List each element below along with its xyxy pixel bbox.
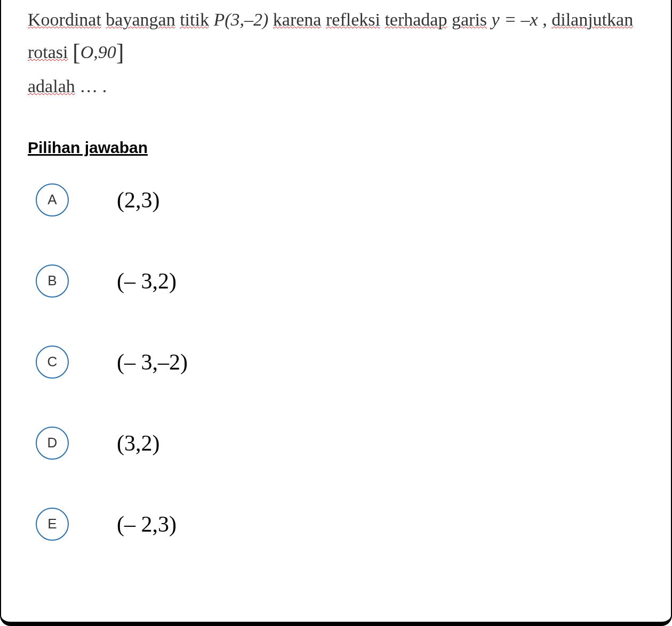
bracket-close: ] — [116, 39, 124, 66]
option-row[interactable]: A (2,3) — [36, 183, 644, 216]
question-word: titik — [180, 10, 209, 29]
question-word: Koordinat — [28, 10, 101, 29]
option-row[interactable]: C (– 3,–2) — [36, 346, 644, 379]
question-dots: … . — [79, 76, 107, 96]
option-letter-button[interactable]: E — [36, 508, 69, 541]
option-letter-button[interactable]: D — [36, 427, 69, 460]
question-text: Koordinat bayangan titik P(3,–2) karena … — [28, 5, 644, 101]
option-value: (– 2,3) — [117, 511, 177, 537]
rotation-value: O,90 — [81, 42, 116, 62]
option-row[interactable]: D (3,2) — [36, 427, 644, 460]
question-word: rotasi — [28, 42, 68, 62]
option-value: (– 3,–2) — [117, 349, 188, 375]
option-value: (2,3) — [117, 187, 159, 213]
question-word: bayangan — [106, 10, 175, 29]
option-letter-button[interactable]: B — [36, 264, 69, 298]
question-word: refleksi — [326, 10, 380, 29]
option-value: (3,2) — [117, 430, 159, 456]
question-container: Koordinat bayangan titik P(3,–2) karena … — [0, 0, 672, 626]
question-point: P(3,–2) — [213, 10, 268, 29]
bracket-open: [ — [73, 39, 81, 66]
option-letter-button[interactable]: C — [36, 346, 69, 379]
question-word: adalah — [28, 76, 75, 96]
options-list: A (2,3) B (– 3,2) C (– 3,–2) D (3,2) E (… — [28, 183, 644, 541]
question-word: terhadap — [385, 10, 447, 29]
option-row[interactable]: E (– 2,3) — [36, 508, 644, 541]
question-comma: , — [542, 10, 547, 29]
question-word: dilanjutkan — [551, 10, 633, 29]
option-row[interactable]: B (– 3,2) — [36, 264, 644, 298]
option-value: (– 3,2) — [117, 268, 177, 294]
option-letter-button[interactable]: A — [36, 183, 69, 216]
question-word: garis — [452, 10, 487, 29]
question-rotation: [O,90] — [73, 42, 124, 62]
question-word: karena — [273, 10, 322, 29]
question-equation: y = –x — [492, 10, 538, 29]
answer-heading: Pilihan jawaban — [28, 139, 644, 157]
